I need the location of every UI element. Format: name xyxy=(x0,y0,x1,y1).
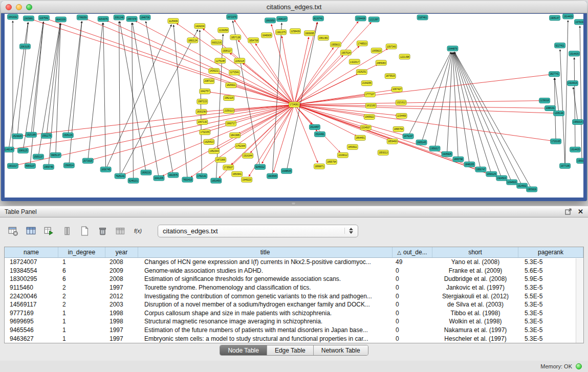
table-row[interactable]: 2242004622012Investigating the contribut… xyxy=(5,292,583,300)
network-node[interactable]: 1258439 xyxy=(290,29,301,34)
network-node[interactable]: 1859493 xyxy=(387,139,398,144)
network-node[interactable]: 1646909 xyxy=(262,33,272,38)
network-node[interactable]: 8130741 xyxy=(313,16,323,21)
network-node[interactable]: 1221398 xyxy=(399,54,410,59)
network-node[interactable]: 1094503 xyxy=(507,180,517,185)
network-node[interactable]: 7625141 xyxy=(115,173,125,179)
network-node[interactable]: 1960717 xyxy=(226,121,236,126)
table-row[interactable]: 946362711997Embryonic stem cells: a mode… xyxy=(5,334,583,343)
network-node[interactable]: 1952344 xyxy=(209,148,220,154)
network-node[interactable]: 1679197 xyxy=(403,134,413,139)
close-panel-icon[interactable]: ✕ xyxy=(578,208,583,215)
network-node[interactable]: 1827741 xyxy=(549,72,560,77)
network-node[interactable]: 1830296 xyxy=(196,109,207,114)
network-node[interactable]: 1962115 xyxy=(224,96,234,101)
network-node[interactable]: 2159113 xyxy=(224,108,234,113)
network-node[interactable]: 1836745 xyxy=(100,167,111,172)
network-node[interactable]: 1961382 xyxy=(318,35,329,40)
network-node[interactable]: 1067427 xyxy=(391,87,402,92)
network-node[interactable]: 9245012 xyxy=(255,164,266,169)
network-node[interactable]: 1864491 xyxy=(355,135,365,140)
network-node[interactable]: 1829911 xyxy=(226,83,236,88)
network-node[interactable]: 1957524 xyxy=(340,50,351,55)
network-node[interactable]: 1724061 xyxy=(289,102,300,107)
table-row[interactable]: 1830029562008Estimation of significance … xyxy=(5,275,583,283)
network-node[interactable]: 1965922 xyxy=(364,114,375,119)
network-node[interactable]: 2187461 xyxy=(417,15,428,20)
minimize-window-button[interactable] xyxy=(16,4,22,10)
network-node[interactable]: 2164255 xyxy=(361,81,372,86)
network-node[interactable]: 1924502 xyxy=(517,183,528,188)
network-node[interactable]: 1873365 xyxy=(215,157,226,162)
network-node[interactable]: 2089125 xyxy=(17,148,28,153)
network-node[interactable]: 1159318 xyxy=(539,98,550,103)
table-row[interactable]: 911546021997Tourette syndrome. Phenomeno… xyxy=(5,283,583,292)
network-node[interactable]: 1226058 xyxy=(218,28,229,33)
network-node[interactable]: 1841995 xyxy=(230,133,241,138)
network-node[interactable]: 1857138 xyxy=(230,35,241,40)
tab-edge-table[interactable]: Edge Table xyxy=(267,345,314,355)
network-node[interactable]: 1505137 xyxy=(33,154,43,159)
function-builder-icon[interactable]: f(x) xyxy=(132,225,145,237)
panel-resize-handle[interactable] xyxy=(291,202,296,205)
network-node[interactable]: 1902575 xyxy=(168,172,179,178)
network-window-titlebar[interactable]: citations_edges.txt xyxy=(1,1,587,13)
network-node[interactable]: 1271541 xyxy=(229,70,240,75)
network-node[interactable]: 9227411 xyxy=(555,43,565,48)
network-node[interactable]: 1848205 xyxy=(464,162,475,167)
table-mode-icon[interactable] xyxy=(6,225,19,237)
network-node[interactable]: 9154376 xyxy=(98,16,108,21)
network-node[interactable]: 2526605 xyxy=(12,134,23,139)
network-node[interactable]: 1905147 xyxy=(550,15,560,20)
network-node[interactable]: 2204937 xyxy=(360,125,371,130)
column-header-in-degree[interactable]: in_degree xyxy=(58,247,105,257)
network-node[interactable]: 1860124 xyxy=(187,38,198,43)
network-node[interactable]: 1197542 xyxy=(38,15,49,20)
column-header-year[interactable]: year xyxy=(105,247,138,257)
table-row[interactable]: 1938455462009Genome-wide association stu… xyxy=(5,267,583,275)
network-node[interactable]: 1505135 xyxy=(62,133,73,138)
network-node[interactable]: 2067130 xyxy=(197,119,208,124)
column-header-out-degree[interactable]: △ out_de... xyxy=(393,247,432,257)
network-node[interactable]: 6601216 xyxy=(211,40,222,45)
network-node[interactable]: 1591275 xyxy=(41,133,52,138)
network-node[interactable]: 1841632 xyxy=(7,14,18,19)
network-window[interactable]: citations_edges.txt 18416322065881119754… xyxy=(1,1,587,201)
network-node[interactable]: 1955823 xyxy=(371,48,382,53)
network-node[interactable]: 1275148 xyxy=(215,58,226,63)
network-node[interactable]: 1148145 xyxy=(5,147,14,152)
network-node[interactable]: 1914435 xyxy=(569,51,580,56)
network-node[interactable]: 1088191 xyxy=(545,106,556,111)
network-node[interactable]: 1895794 xyxy=(326,159,337,164)
column-header-short[interactable]: short xyxy=(432,247,518,257)
network-node[interactable]: 1641205 xyxy=(154,176,164,181)
network-node[interactable]: 1895754 xyxy=(393,126,404,132)
column-header-pagerank[interactable]: pagerank xyxy=(518,247,583,257)
network-node[interactable]: 1205146 xyxy=(554,111,564,116)
network-node[interactable]: 1959319 xyxy=(577,158,583,163)
network-node[interactable]: 1660950 xyxy=(265,18,276,23)
network-node[interactable]: 2091246 xyxy=(114,15,124,20)
network-node[interactable]: 2093125 xyxy=(486,171,497,177)
table-row[interactable]: 1872400712008Changes of HCN gene express… xyxy=(5,258,583,267)
new-table-icon[interactable] xyxy=(78,225,91,237)
network-node[interactable]: 1905925 xyxy=(442,151,452,157)
tab-node-table[interactable]: Node Table xyxy=(220,345,267,355)
zoom-window-button[interactable] xyxy=(26,4,32,10)
tab-network-table[interactable]: Network Table xyxy=(314,345,368,355)
network-node[interactable]: 8955137 xyxy=(25,163,35,168)
network-node[interactable]: 2065881 xyxy=(23,16,34,21)
network-node[interactable]: 1955821 xyxy=(330,42,341,47)
table-row[interactable]: 969969511998Structural magnetic resonanc… xyxy=(5,317,583,326)
network-node[interactable]: 1875515 xyxy=(385,74,396,79)
new-column-icon[interactable] xyxy=(42,225,55,237)
network-node[interactable]: 9246101 xyxy=(128,178,139,183)
network-node[interactable]: 1572379 xyxy=(227,14,237,19)
network-node[interactable]: 1948220 xyxy=(242,177,252,182)
network-node[interactable]: 1832160 xyxy=(365,103,376,108)
network-node[interactable]: 1955828 xyxy=(527,187,537,192)
network-node[interactable]: 1853911 xyxy=(347,144,358,149)
network-node[interactable]: 1914416 xyxy=(568,81,578,86)
network-canvas[interactable]: 1841632206588111975428640339178605991543… xyxy=(5,14,583,198)
column-header-title[interactable]: title xyxy=(138,247,393,257)
